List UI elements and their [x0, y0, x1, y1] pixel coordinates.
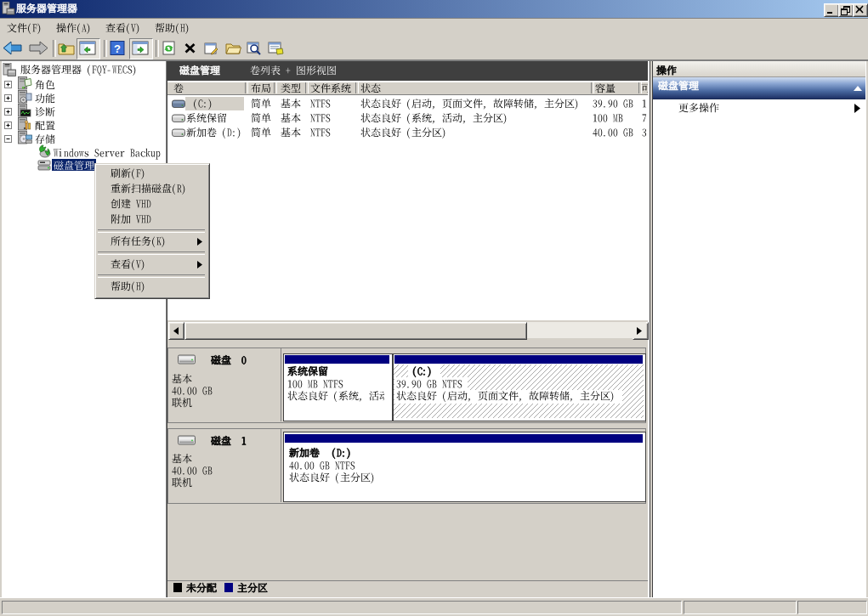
svg-text:?: ? [114, 42, 121, 55]
